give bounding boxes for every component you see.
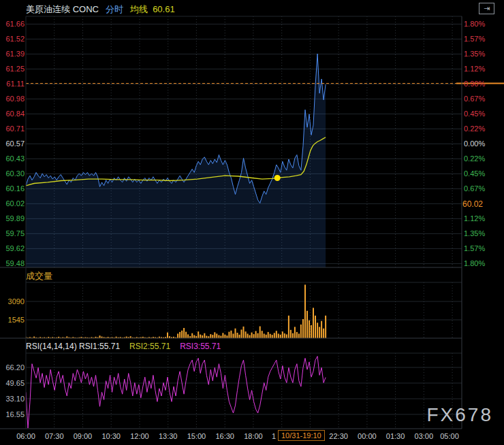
- price-axis-label-left: 59.89: [1, 214, 25, 223]
- price-axis-label-left: 61.11: [1, 79, 25, 88]
- pct-axis-label-right: 0.22%: [464, 154, 485, 163]
- time-axis-label: 15:00: [184, 431, 208, 441]
- ma-legend[interactable]: 均线 60.61: [130, 3, 175, 16]
- ma-value: 60.61: [153, 4, 175, 14]
- time-axis-label: 12:00: [127, 431, 152, 441]
- price-axis-label-left: 60.98: [1, 94, 25, 103]
- price-axis-label-left: 60.16: [1, 184, 25, 193]
- crosshair-time-label: 10/31-19:10: [278, 430, 325, 441]
- pct-axis-label-right: 0.45%: [464, 169, 485, 178]
- time-axis-label: 05:00: [437, 431, 462, 441]
- low-price-badge: 60.02: [462, 199, 497, 210]
- price-axis-label-left: 60.57: [1, 139, 25, 148]
- price-axis-label-left: 60.43: [1, 154, 25, 163]
- pct-axis-label-right: 1.80%: [464, 19, 485, 29]
- price-axis-label-left: 60.30: [1, 169, 25, 178]
- chart-header: 美原油连续 CONC 分时 均线 60.61: [26, 3, 175, 16]
- pct-axis-label-right: 0.45%: [464, 109, 485, 118]
- time-axis-label: 03:00: [411, 431, 436, 441]
- symbol-name: 美原油连续 CONC: [26, 3, 99, 16]
- pct-axis-label-right: 1.12%: [464, 64, 485, 73]
- trading-chart-panel: 美原油连续 CONC 分时 均线 60.61 ⇥ 成交量 RSI(14,14,1…: [0, 0, 504, 445]
- pct-axis-label-right: 0.00%: [464, 139, 485, 148]
- tab-timeline[interactable]: 分时: [106, 3, 123, 16]
- covered-time-label-remnant: 1: [272, 431, 276, 441]
- rsi-axis-label: 33.10: [1, 394, 25, 403]
- price-axis-label-left: 60.71: [1, 124, 25, 133]
- time-axis-label: 13:30: [156, 431, 180, 441]
- time-axis-label: 06:00: [14, 431, 38, 441]
- pct-axis-label-right: 0.90%: [464, 79, 485, 88]
- rsi-axis-label: 16.55: [1, 410, 25, 419]
- time-axis-label: 09:00: [70, 431, 95, 441]
- price-axis-label-left: 59.48: [1, 259, 25, 268]
- fx678-watermark: FX678: [427, 404, 494, 426]
- pct-axis-label-right: 1.57%: [464, 244, 485, 253]
- pct-axis-label-right: 0.67%: [464, 184, 485, 193]
- volume-axis-label: 1545: [1, 315, 25, 325]
- pct-axis-label-right: 1.35%: [464, 49, 485, 59]
- pct-axis-label-right: 1.12%: [464, 214, 485, 223]
- pct-axis-label-right: 0.67%: [464, 94, 485, 103]
- price-axis-label-left: 61.39: [1, 49, 25, 59]
- time-axis-label: 22:30: [326, 431, 351, 441]
- price-axis-label-left: 61.66: [1, 19, 25, 29]
- rsi3-value: RSI3:55.71: [180, 341, 221, 352]
- price-axis-label-left: 59.75: [1, 229, 25, 238]
- pct-axis-label-right: 1.57%: [464, 34, 485, 44]
- rsi-axis-label: 49.65: [1, 378, 25, 388]
- price-axis-label-left: 61.52: [1, 34, 25, 44]
- time-axis-label: 16:30: [212, 431, 237, 441]
- price-axis-label-left: 61.25: [1, 64, 25, 73]
- expand-panel-icon[interactable]: ⇥: [479, 3, 494, 14]
- rsi-params-label: RSI(14,14,14) RSI1:55.71: [26, 341, 120, 352]
- rsi-axis-label: 66.20: [1, 363, 25, 372]
- pct-axis-label-right: 1.80%: [464, 259, 485, 268]
- time-axis-label: 07:30: [42, 431, 67, 441]
- pct-axis-label-right: 0.22%: [464, 124, 485, 133]
- time-axis-label: 00:00: [355, 431, 379, 441]
- pct-axis-label-right: 1.35%: [464, 229, 485, 238]
- volume-axis-label: 3090: [1, 297, 25, 306]
- price-axis-label-left: 60.84: [1, 109, 25, 118]
- price-axis-label-left: 60.02: [1, 199, 25, 208]
- time-axis-label: 10:30: [99, 431, 123, 441]
- time-axis-label: 01:30: [383, 431, 408, 441]
- rsi-pane-header: RSI(14,14,14) RSI1:55.71 RSI2:55.71 RSI3…: [26, 341, 221, 352]
- time-axis-label: 18:00: [241, 431, 266, 441]
- rsi2-value: RSI2:55.71: [129, 341, 170, 352]
- volume-pane-title: 成交量: [26, 270, 52, 282]
- price-axis-label-left: 59.62: [1, 244, 25, 253]
